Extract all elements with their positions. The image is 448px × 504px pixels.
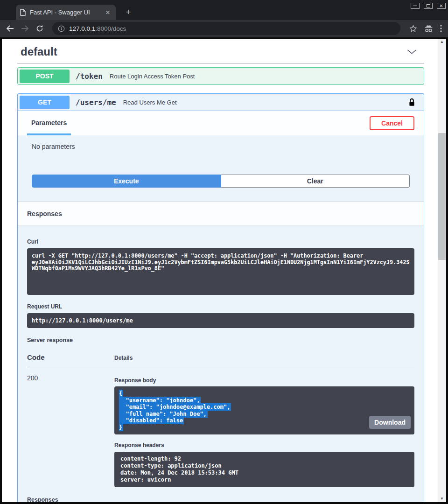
response-body-json: { "username": "johndoe", "email": "johnd… — [119, 390, 410, 431]
table-divider — [27, 367, 414, 367]
chevron-down-icon[interactable] — [407, 49, 417, 54]
response-headers-text: content-length: 92 content-type: applica… — [120, 455, 408, 483]
clear-button[interactable]: Clear — [221, 175, 410, 188]
auth-lock-icon[interactable] — [408, 98, 415, 107]
get-path: /users/me — [76, 98, 116, 107]
cancel-button[interactable]: Cancel — [370, 116, 414, 130]
swagger-page: default POST /token Route Login Access T… — [2, 39, 446, 502]
url-path: :8000/docs — [95, 25, 126, 32]
request-url-text: http://127.0.0.1:8000/users/me — [32, 317, 410, 324]
bookmark-star-icon[interactable] — [409, 25, 417, 33]
site-info-icon[interactable] — [58, 25, 65, 32]
url-host: 127.0.0.1 — [69, 25, 95, 32]
responses-section-header: Responses — [18, 202, 424, 225]
response-headers-block: content-length: 92 content-type: applica… — [114, 452, 414, 487]
response-body-block: { "username": "johndoe", "email": "johnd… — [114, 386, 414, 434]
tab-title: Fast API - Swagger UI — [30, 9, 104, 16]
browser-tab[interactable]: Fast API - Swagger UI ✕ — [16, 5, 116, 20]
tab-close-icon[interactable]: ✕ — [104, 9, 112, 16]
swagger-content: default POST /token Route Login Access T… — [2, 39, 438, 502]
reload-icon[interactable] — [36, 25, 43, 32]
tab-parameters[interactable]: Parameters — [27, 111, 71, 135]
curl-command-block: curl -X GET "http://127.0.0.1:8000/users… — [27, 248, 414, 295]
request-url-label: Request URL — [27, 303, 414, 310]
server-response-row: 200 Response body { "username": "johndoe… — [27, 373, 414, 487]
response-body-label: Response body — [114, 377, 414, 384]
code-column-header: Code — [27, 353, 114, 361]
scroll-up-icon[interactable]: ▲ — [438, 40, 446, 44]
opblock-post-token[interactable]: POST /token Route Login Access Token Pos… — [17, 67, 424, 85]
responses-label: Responses — [27, 497, 414, 502]
responses-body: Curl curl -X GET "http://127.0.0.1:8000/… — [18, 225, 424, 502]
response-headers-label: Response headers — [114, 442, 414, 448]
back-icon[interactable] — [6, 25, 14, 32]
details-column-header: Details — [114, 355, 133, 361]
page-scrollbar[interactable]: ▲ ▼ — [438, 39, 446, 502]
default-section-header[interactable]: default — [17, 39, 424, 62]
get-opblock-header[interactable]: GET /users/me Read Users Me Get — [18, 94, 424, 111]
get-summary: Read Users Me Get — [123, 99, 177, 106]
server-response-table-header: Code Details — [27, 353, 414, 361]
execute-row: Execute Clear — [32, 175, 410, 188]
scroll-down-icon[interactable]: ▼ — [438, 497, 446, 501]
browser-toolbar: 127.0.0.1:8000/docs — [0, 20, 448, 38]
execute-button[interactable]: Execute — [32, 175, 221, 188]
new-tab-button[interactable]: + — [122, 6, 134, 18]
parameters-body: No parameters Execute Clear — [18, 135, 424, 202]
no-parameters-text: No parameters — [32, 143, 410, 150]
post-summary: Route Login Access Token Post — [110, 73, 195, 80]
url-text[interactable]: 127.0.0.1:8000/docs — [69, 25, 126, 32]
page-title: default — [21, 45, 57, 58]
responses-title: Responses — [27, 210, 62, 217]
curl-command-text: curl -X GET "http://127.0.0.1:8000/users… — [32, 253, 410, 272]
page-favicon-icon — [20, 9, 26, 16]
browser-titlebar: Fast API - Swagger UI ✕ + ✕ — [0, 0, 448, 20]
curl-label: Curl — [27, 238, 414, 245]
server-response-label: Server response — [27, 337, 414, 343]
request-url-block: http://127.0.0.1:8000/users/me — [27, 313, 414, 328]
minimize-button[interactable] — [411, 3, 420, 9]
get-method-badge: GET — [20, 96, 70, 109]
status-code: 200 — [27, 373, 114, 487]
window-controls: ✕ — [411, 3, 446, 9]
maximize-button[interactable] — [424, 3, 433, 9]
address-bar[interactable]: 127.0.0.1:8000/docs — [52, 22, 400, 35]
post-method-badge: POST — [20, 70, 70, 83]
post-path: /token — [76, 72, 103, 81]
section-divider — [17, 63, 424, 63]
browser-menu-icon[interactable] — [440, 25, 442, 32]
incognito-icon[interactable] — [424, 25, 433, 33]
opblock-get-users-me: GET /users/me Read Users Me Get Paramete… — [17, 93, 424, 502]
close-button[interactable]: ✕ — [437, 3, 446, 9]
scrollbar-thumb[interactable] — [438, 133, 446, 260]
parameters-header: Parameters Cancel — [18, 111, 424, 135]
download-button[interactable]: Download — [369, 416, 411, 429]
forward-icon[interactable] — [21, 25, 29, 32]
